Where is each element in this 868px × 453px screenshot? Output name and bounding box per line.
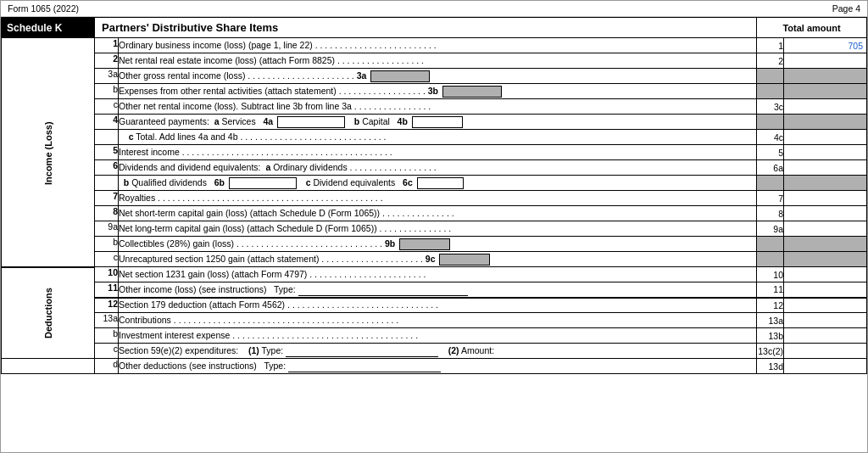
row-3b-line — [757, 84, 784, 99]
table-row: 2 Net rental real estate income (loss) (… — [2, 53, 867, 69]
row-num-13a: 13a — [95, 313, 119, 328]
row-6-desc: Dividends and dividend equivalents: a Or… — [119, 160, 757, 176]
row-2-desc: Net rental real estate income (loss) (at… — [119, 53, 757, 69]
table-row: 12 Section 179 deduction (attach Form 45… — [2, 298, 867, 313]
row-num-5: 5 — [95, 145, 119, 160]
row-num-9c: c — [95, 252, 119, 267]
table-row: b Expenses from other rental activities … — [2, 84, 867, 99]
input-3b[interactable] — [442, 86, 502, 98]
row-3a-line — [757, 69, 784, 84]
row-3a-value — [784, 69, 867, 84]
table-row: 7 Royalties . . . . . . . . . . . . . . … — [2, 191, 867, 206]
row-9a-desc: Net long-term capital gain (loss) (attac… — [119, 221, 757, 237]
row-num-13c: c — [95, 344, 119, 359]
input-4a[interactable] — [277, 116, 345, 128]
table-row: c Total. Add lines 4a and 4b . . . . . .… — [2, 130, 867, 145]
row-13b-line: 13b — [757, 328, 784, 344]
row-1-desc: Ordinary business income (loss) (page 1,… — [119, 38, 757, 53]
row-9b-desc: Collectibles (28%) gain (loss) . . . . .… — [119, 237, 757, 252]
row-13d-line: 13d — [757, 359, 784, 374]
table-row: 11 Other income (loss) (see instructions… — [2, 282, 867, 298]
row-4-line — [757, 115, 784, 130]
row-3c-value — [784, 99, 867, 115]
row-1-line: 1 — [757, 38, 784, 53]
row-num-4c — [95, 130, 119, 145]
table-row: 9a Net long-term capital gain (loss) (at… — [2, 221, 867, 237]
row-4c-value — [784, 130, 867, 145]
row-5-value — [784, 145, 867, 160]
row-9c-line — [757, 252, 784, 267]
table-row: b Qualified dividends 6b c Dividend equi… — [2, 176, 867, 191]
row-num-13d: d — [95, 359, 119, 374]
row-12-desc: Section 179 deduction (attach Form 4562)… — [119, 298, 757, 313]
row-11-line: 11 — [757, 282, 784, 298]
row-10-line: 10 — [757, 267, 784, 282]
table-row: c Section 59(e)(2) expenditures: (1) Typ… — [2, 344, 867, 359]
input-9b[interactable] — [399, 238, 450, 250]
row-3b-value — [784, 84, 867, 99]
row-num-3a: 3a — [95, 69, 119, 84]
row-13c-desc: Section 59(e)(2) expenditures: (1) Type:… — [119, 344, 757, 359]
row-13a-value — [784, 313, 867, 328]
row-13d-value — [784, 359, 867, 374]
type-field-11[interactable] — [298, 286, 468, 296]
row-num-8: 8 — [95, 206, 119, 221]
row-2-value — [784, 53, 867, 69]
row-8-value — [784, 206, 867, 221]
table-row: b Investment interest expense . . . . . … — [2, 328, 867, 344]
row-5-line: 5 — [757, 145, 784, 160]
row-9b-line — [757, 237, 784, 252]
row-13a-line: 13a — [757, 313, 784, 328]
top-bar: Form 1065 (2022) Page 4 — [1, 1, 867, 17]
row-13c-value — [784, 344, 867, 359]
table-row: 8 Net short-term capital gain (loss) (at… — [2, 206, 867, 221]
row-7-desc: Royalties . . . . . . . . . . . . . . . … — [119, 191, 757, 206]
row-13b-value — [784, 328, 867, 344]
table-row: Deductions 10 Net section 1231 gain (los… — [2, 267, 867, 282]
title-cell: Partners' Distributive Share Items — [95, 18, 757, 38]
page-number: Page 4 — [832, 3, 860, 14]
row-3b-desc: Expenses from other rental activities (a… — [119, 84, 757, 99]
row-num-3b: b — [95, 84, 119, 99]
row-3c-desc: Other net rental income (loss). Subtract… — [119, 99, 757, 115]
table-row: c Unrecaptured section 1250 gain (attach… — [2, 252, 867, 267]
header-row: Schedule K Partners' Distributive Share … — [2, 18, 867, 38]
row-num-1: 1 — [95, 38, 119, 53]
deductions-label: Deductions — [2, 267, 95, 359]
table-row: 13a Contributions . . . . . . . . . . . … — [2, 313, 867, 328]
row-6b-value — [784, 176, 867, 191]
row-9a-line: 9a — [757, 221, 784, 237]
table-row: c Other net rental income (loss). Subtra… — [2, 99, 867, 115]
row-6-line: 6a — [757, 160, 784, 176]
input-6b[interactable] — [229, 177, 297, 189]
input-3a[interactable] — [370, 70, 430, 82]
row-num-7: 7 — [95, 191, 119, 206]
row-4-value — [784, 115, 867, 130]
input-9c[interactable] — [439, 254, 490, 266]
row-9c-value — [784, 252, 867, 267]
input-4b[interactable] — [412, 116, 463, 128]
row-4c-line: 4c — [757, 130, 784, 145]
schedule-k-cell: Schedule K — [2, 18, 95, 38]
table-row: 3a Other gross rental income (loss) . . … — [2, 69, 867, 84]
row-8-line: 8 — [757, 206, 784, 221]
row-3c-line: 3c — [757, 99, 784, 115]
table-row: 4 Guaranteed payments: a Services 4a b C… — [2, 115, 867, 130]
input-6c[interactable] — [417, 177, 464, 189]
row-9c-desc: Unrecaptured section 1250 gain (attach s… — [119, 252, 757, 267]
table-row: b Collectibles (28%) gain (loss) . . . .… — [2, 237, 867, 252]
row-num-11: 11 — [95, 282, 119, 298]
row-8-desc: Net short-term capital gain (loss) (atta… — [119, 206, 757, 221]
row-10-value — [784, 267, 867, 282]
type-field-13d[interactable] — [288, 362, 441, 372]
row-7-value — [784, 191, 867, 206]
row-9b-value — [784, 237, 867, 252]
form-title: Form 1065 (2022) — [8, 3, 79, 14]
total-amount-cell: Total amount — [757, 18, 867, 38]
type-field-13c1[interactable] — [286, 347, 438, 357]
table-row: d Other deductions (see instructions) Ty… — [2, 359, 867, 374]
row-13b-desc: Investment interest expense . . . . . . … — [119, 328, 757, 344]
row-13c-line: 13c(2) — [757, 344, 784, 359]
row-11-value — [784, 282, 867, 298]
row-13a-desc: Contributions . . . . . . . . . . . . . … — [119, 313, 757, 328]
